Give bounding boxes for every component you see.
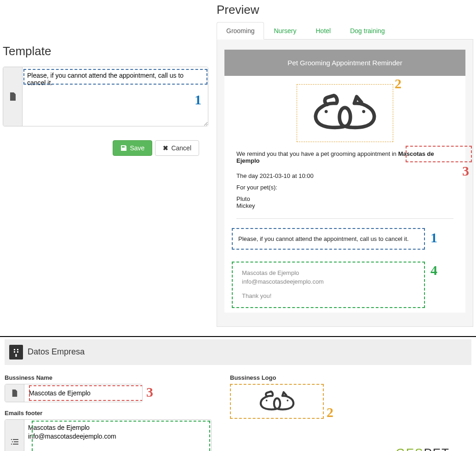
document-icon: [5, 384, 24, 402]
close-icon: ✖: [163, 144, 168, 152]
emails-footer-textarea[interactable]: [24, 420, 211, 451]
save-button-label: Save: [130, 144, 144, 152]
tab-hotel[interactable]: Hotel: [306, 22, 340, 40]
svg-rect-6: [17, 349, 18, 350]
callout-3b: 3: [146, 384, 153, 400]
preview-footer-email: info@mascotasdeejemplo.com: [242, 278, 415, 286]
preview-footer-name: Mascotas de Ejemplo: [242, 269, 415, 278]
svg-rect-14: [11, 444, 12, 445]
save-icon: [120, 145, 127, 151]
callout-1b: 1: [430, 230, 437, 245]
svg-rect-12: [12, 441, 13, 442]
preview-footer-thanks: Thank you!: [242, 292, 415, 301]
svg-rect-13: [14, 441, 18, 442]
callout-1: 1: [195, 92, 201, 108]
document-icon: [3, 67, 23, 126]
preview-card-header: Pet Grooming Appointment Reminder: [224, 50, 465, 76]
list-icon: [5, 420, 24, 451]
preview-pet-2: Mickey: [236, 202, 453, 209]
template-heading: Template: [3, 44, 208, 58]
svg-rect-11: [13, 439, 18, 440]
tab-grooming[interactable]: Grooming: [217, 22, 264, 40]
template-textarea[interactable]: [23, 67, 208, 126]
callout-3: 3: [462, 163, 469, 179]
emails-footer-label: Emails footer: [5, 410, 216, 417]
svg-rect-8: [17, 351, 18, 353]
business-name-label: Bussiness Name: [5, 374, 216, 381]
callout-4: 4: [430, 263, 437, 278]
preview-card: Pet Grooming Appointment Reminder 2 We r…: [224, 50, 465, 313]
company-section-title: Datos Empresa: [28, 347, 85, 357]
preview-custom-text: Please, if you cannot attend the appoint…: [232, 228, 425, 250]
preview-line1-prefix: We remind you that you have a pet groomi…: [236, 150, 398, 157]
cancel-button[interactable]: ✖ Cancel: [155, 140, 199, 156]
brand-badge: GESPET.com PROFESSIONAL PET SOFTWARE: [392, 446, 471, 451]
brand-part1: GES: [396, 446, 424, 451]
preview-date: The day 2021-03-10 at 10:00: [236, 172, 453, 179]
preview-logo-box: [297, 84, 393, 142]
svg-rect-15: [13, 444, 18, 445]
brand-dot: .com: [450, 450, 471, 451]
brand-part2: PET: [424, 446, 450, 451]
business-logo-label: Bussiness Logo: [230, 374, 471, 381]
pet-logo-icon: [306, 88, 384, 138]
callout-2b: 2: [327, 405, 333, 420]
preview-pets-label: For your pet(s):: [236, 184, 453, 191]
preview-pet-1: Pluto: [236, 195, 453, 202]
save-button[interactable]: Save: [113, 140, 152, 156]
tab-nursery[interactable]: Nursery: [264, 22, 306, 40]
svg-rect-5: [14, 349, 15, 350]
preview-footer-box: Mascotas de Ejemplo info@mascotasdeejemp…: [232, 262, 425, 308]
svg-rect-10: [11, 439, 12, 440]
preview-heading: Preview: [217, 3, 473, 17]
business-name-input[interactable]: [24, 384, 142, 402]
business-logo-box: [230, 384, 324, 419]
svg-rect-7: [14, 351, 15, 353]
template-textarea-wrap: 1: [3, 67, 208, 126]
cancel-button-label: Cancel: [171, 144, 191, 152]
tab-dog-training[interactable]: Dog training: [340, 22, 395, 40]
building-icon: [9, 345, 23, 360]
svg-rect-9: [16, 354, 17, 357]
company-section-header: Datos Empresa: [5, 339, 471, 365]
pet-logo-icon: [255, 388, 299, 415]
preview-tabs: Grooming Nursery Hotel Dog training: [217, 22, 473, 40]
callout-2: 2: [395, 76, 401, 91]
